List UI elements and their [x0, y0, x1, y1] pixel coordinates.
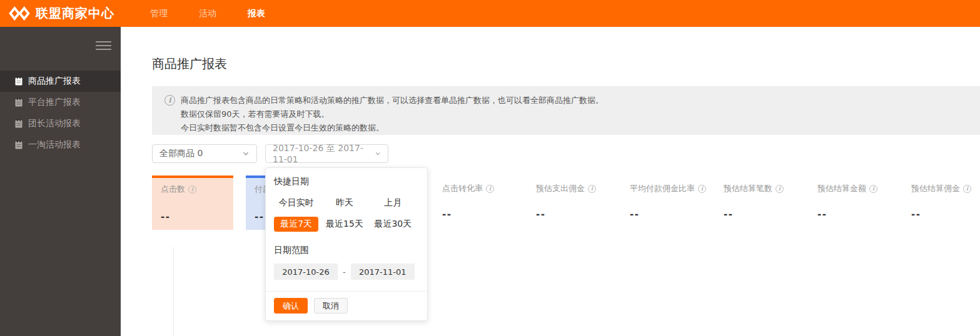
metric-label: 预估支出佣金: [536, 183, 585, 194]
quick-option-last-month[interactable]: 上月: [371, 195, 415, 210]
metric-value: --: [161, 211, 170, 222]
notice-line: 商品推广报表包含商品的日常策略和活动策略的推广数据，可以选择查看单品推广数据，也…: [181, 94, 604, 107]
metric-value: --: [536, 209, 545, 220]
metric-value: --: [442, 209, 452, 220]
sidebar-item-label: 商品推广报表: [28, 76, 81, 87]
metric-value: --: [817, 209, 827, 220]
info-tooltip-icon[interactable]: i: [775, 185, 784, 193]
metric-label: 点击数: [161, 184, 185, 195]
nav-item-manage[interactable]: 管理: [150, 8, 168, 19]
metric-label: 平均付款佣金比率: [630, 183, 695, 194]
report-icon: [15, 77, 23, 86]
product-select-value: 全部商品 0: [159, 148, 203, 159]
quick-option-today-realtime[interactable]: 今日实时: [274, 195, 318, 210]
quick-option-last-7-days[interactable]: 最近7天: [274, 217, 318, 232]
date-range-select[interactable]: 2017-10-26 至 2017-11-01: [265, 144, 388, 163]
main-content: 商品推广报表 i 商品推广报表包含商品的日常策略和活动策略的推广数据，可以选择查…: [121, 27, 980, 336]
sidebar-item-label: 团长活动报表: [28, 118, 81, 129]
brand-title: 联盟商家中心: [36, 5, 114, 22]
notice-line: 数据仅保留90天，若有需要请及时下载。: [181, 107, 604, 121]
product-select[interactable]: 全部商品 0: [152, 144, 257, 163]
page-title: 商品推广报表: [152, 56, 227, 72]
info-icon: i: [164, 95, 175, 106]
sidebar-item-etao-activity-report[interactable]: 一淘活动报表: [0, 134, 121, 156]
cancel-button[interactable]: 取消: [314, 298, 348, 314]
confirm-button[interactable]: 确认: [274, 298, 308, 314]
nav-item-reports[interactable]: 报表: [248, 8, 265, 19]
metric-value: --: [630, 209, 639, 220]
metric-estimated-settlement-count[interactable]: 预估结算笔数 i --: [715, 175, 796, 230]
hamburger-menu-icon[interactable]: [96, 39, 111, 52]
sidebar-item-label: 平台推广报表: [28, 97, 81, 108]
metric-avg-payment-commission-rate[interactable]: 平均付款佣金比率 i --: [621, 175, 702, 230]
chart-axis-line: [173, 247, 174, 336]
quick-option-last-30-days[interactable]: 最近30天: [371, 217, 415, 232]
popup-divider: [266, 291, 427, 292]
metric-estimated-commission-spend[interactable]: 预估支出佣金 i --: [527, 175, 609, 230]
report-icon: [15, 119, 23, 128]
notice-box: i 商品推广报表包含商品的日常策略和活动策略的推广数据，可以选择查看单品推广数据…: [152, 86, 980, 135]
metric-value: --: [255, 211, 264, 222]
sidebar-menu: 商品推广报表 平台推广报表 团长活动报表 一淘活动报表: [0, 71, 121, 156]
quick-option-yesterday[interactable]: 昨天: [322, 195, 366, 210]
metric-label: 预估结算金额: [817, 183, 866, 194]
notice-text: 商品推广报表包含商品的日常策略和活动策略的推广数据，可以选择查看单品推广数据，也…: [181, 94, 604, 135]
sidebar: 商品推广报表 平台推广报表 团长活动报表 一淘活动报表: [0, 27, 121, 336]
end-date-input[interactable]: [351, 264, 415, 280]
info-tooltip-icon[interactable]: i: [698, 185, 706, 193]
info-tooltip-icon[interactable]: i: [188, 185, 196, 194]
notice-line: 今日实时数据暂不包含今日设置今日生效的策略的数据。: [181, 121, 604, 135]
report-icon: [15, 141, 23, 149]
quick-option-last-15-days[interactable]: 最近15天: [322, 217, 366, 232]
date-range-select-value: 2017-10-26 至 2017-11-01: [273, 143, 375, 164]
info-tooltip-icon[interactable]: i: [963, 185, 971, 193]
sidebar-item-leader-activity-report[interactable]: 团长活动报表: [0, 113, 121, 134]
quick-dates-label: 快捷日期: [274, 176, 419, 187]
metric-label: 点击转化率: [442, 183, 483, 194]
date-range-label: 日期范围: [274, 245, 419, 256]
metric-value: --: [724, 209, 733, 220]
date-separator: -: [343, 267, 346, 277]
chevron-down-icon: [375, 150, 381, 157]
date-picker-popup: 快捷日期 今日实时 昨天 上月 最近7天 最近15天 最近30天 日期范围 - …: [265, 167, 428, 321]
info-tooltip-icon[interactable]: i: [486, 185, 494, 193]
metric-estimated-settlement-amount[interactable]: 预估结算金额 i --: [809, 175, 890, 230]
sidebar-item-platform-report[interactable]: 平台推广报表: [0, 92, 121, 113]
filter-bar: 全部商品 0 2017-10-26 至 2017-11-01: [152, 144, 388, 163]
metric-label: 预估结算佣金: [911, 183, 960, 194]
start-date-input[interactable]: [274, 264, 338, 280]
app-header: 联盟商家中心 管理 活动 报表: [0, 0, 980, 27]
sidebar-item-label: 一淘活动报表: [28, 139, 81, 151]
metric-label: 预估结算笔数: [724, 183, 772, 194]
top-nav: 管理 活动 报表: [150, 0, 265, 27]
chevron-down-icon: [242, 150, 250, 157]
brand-logo[interactable]: 联盟商家中心: [9, 5, 114, 22]
metric-card-clicks[interactable]: 点击数 i --: [152, 175, 233, 230]
infinity-logo-icon: [9, 6, 30, 21]
metric-estimated-settlement-commission[interactable]: 预估结算佣金 i --: [902, 175, 980, 230]
sidebar-item-product-report[interactable]: 商品推广报表: [0, 71, 121, 92]
info-tooltip-icon[interactable]: i: [869, 185, 877, 193]
report-icon: [15, 98, 23, 107]
nav-item-activity[interactable]: 活动: [199, 8, 216, 19]
metric-click-conversion-rate[interactable]: 点击转化率 i --: [433, 175, 515, 230]
info-tooltip-icon[interactable]: i: [588, 185, 596, 193]
metric-value: --: [911, 209, 921, 220]
